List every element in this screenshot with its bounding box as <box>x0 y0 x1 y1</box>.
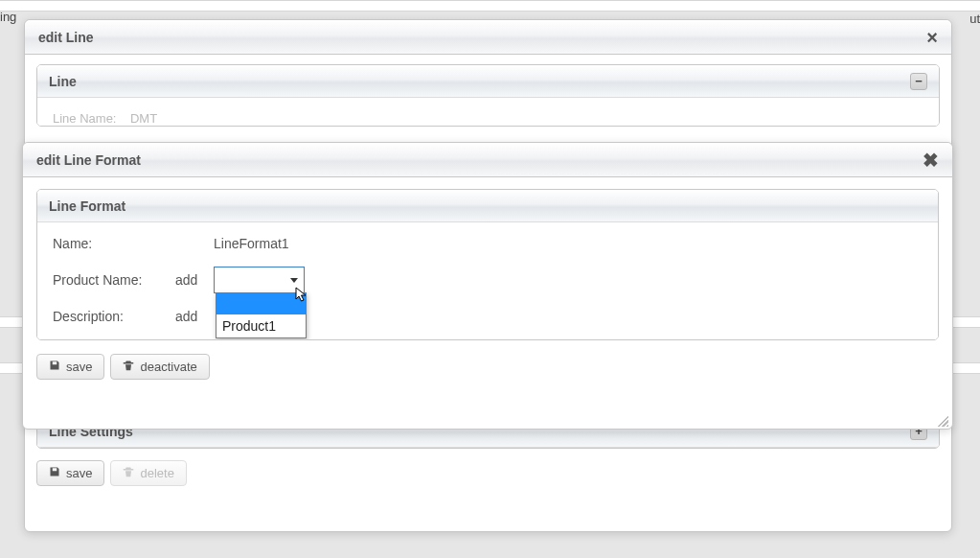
save-button-label: save <box>66 360 92 374</box>
close-icon[interactable]: × <box>926 28 938 47</box>
chevron-down-icon <box>290 278 298 283</box>
deactivate-button[interactable]: deactivate <box>110 354 209 380</box>
deactivate-button-label: deactivate <box>140 360 196 374</box>
product-add-link[interactable]: add <box>175 272 214 288</box>
delete-button: delete <box>110 460 186 486</box>
trash-icon <box>123 466 134 480</box>
line-panel-body: Line Name: DMT <box>37 98 939 126</box>
disk-icon <box>49 360 60 374</box>
line-name-label: Line Name: <box>53 111 116 126</box>
bg-truncated-left: ing <box>0 10 16 24</box>
product-select[interactable] <box>214 267 305 293</box>
bg-truncated-right: ut <box>969 12 980 26</box>
name-value: LineFormat1 <box>214 236 923 251</box>
line-format-form: Name: LineFormat1 Product Name: add Prod… <box>53 236 923 324</box>
product-option-1[interactable]: Product1 <box>217 314 306 337</box>
name-label: Name: <box>53 236 175 251</box>
save-button[interactable]: save <box>36 460 104 486</box>
save-button-label: save <box>66 466 92 480</box>
product-select-wrap: Product1 <box>214 267 923 293</box>
product-option-blank[interactable] <box>217 293 306 314</box>
collapse-icon[interactable]: − <box>910 73 927 90</box>
line-name-value: DMT <box>130 111 157 126</box>
close-icon[interactable]: ✖ <box>923 151 939 170</box>
edit-line-header[interactable]: edit Line × <box>25 20 951 55</box>
edit-line-title: edit Line <box>38 30 94 45</box>
description-add-link[interactable]: add <box>175 309 214 324</box>
disk-icon <box>49 466 60 480</box>
line-format-panel-header[interactable]: Line Format <box>37 190 938 222</box>
line-format-panel-body: Name: LineFormat1 Product Name: add Prod… <box>37 222 938 339</box>
description-label: Description: <box>53 309 175 324</box>
trash-icon <box>123 360 134 374</box>
product-name-label: Product Name: <box>53 272 175 288</box>
product-dropdown: Product1 <box>216 292 307 338</box>
edit-line-format-button-row: save deactivate <box>36 354 939 380</box>
line-panel-header[interactable]: Line − <box>37 65 939 98</box>
line-panel: Line − Line Name: DMT <box>36 64 940 127</box>
delete-button-label: delete <box>140 466 173 480</box>
edit-line-format-header[interactable]: edit Line Format ✖ <box>23 143 952 177</box>
resize-handle[interactable] <box>937 415 948 427</box>
save-button[interactable]: save <box>36 354 104 380</box>
line-panel-title: Line <box>49 74 77 89</box>
line-format-panel-title: Line Format <box>49 198 125 214</box>
edit-line-format-dialog: edit Line Format ✖ Line Format Name: Lin… <box>22 142 953 430</box>
edit-line-format-title: edit Line Format <box>36 152 141 168</box>
bg-row <box>0 0 980 12</box>
line-format-panel: Line Format Name: LineFormat1 Product Na… <box>36 189 939 340</box>
edit-line-button-row: save delete <box>36 460 940 486</box>
